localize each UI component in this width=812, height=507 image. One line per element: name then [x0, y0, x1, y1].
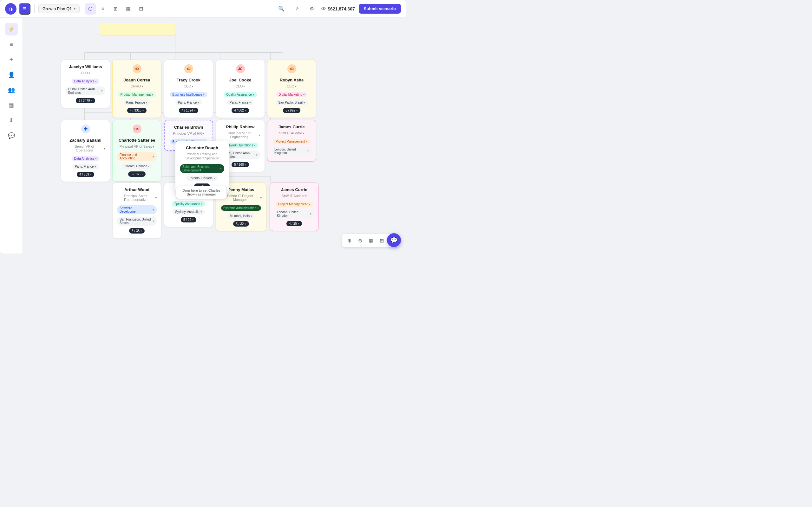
count-badge[interactable]: 6 / 992 ▾	[283, 108, 300, 113]
toolbar-center: ⬡ ≡ ⊞ ▦ ⊟	[85, 3, 147, 14]
count-badge[interactable]: 4 / 1324 ▾	[179, 108, 198, 113]
dept-badge[interactable]: Quality Assurance ▾	[223, 92, 257, 97]
dept-badge[interactable]: Project Management ▾	[273, 139, 310, 144]
dept-badge[interactable]: Digital Marketing ▾	[276, 92, 307, 97]
count-badge[interactable]: 5 / 160 ▾	[232, 162, 249, 167]
sidebar-item-filters[interactable]: ⚡	[5, 23, 18, 36]
sidebar-item-chat[interactable]: 💬	[5, 129, 18, 142]
sidebar-item-download[interactable]: ⬇	[5, 114, 18, 127]
list-icon: ≡	[101, 6, 104, 12]
card-charlotte-satterlee[interactable]: CS Charlotte Satterlee Principal VP of S…	[112, 120, 161, 181]
dept-badge[interactable]: Data Analytics ▾	[72, 156, 99, 161]
card-james-currie-row2[interactable]: James Currie Staff IT Auditor ▾ Project …	[267, 120, 316, 162]
location-badge[interactable]: Toronto, Canada ▾	[121, 164, 153, 169]
count-badge[interactable]: 4 / 25 ▾	[287, 221, 302, 226]
view-list-button[interactable]: ≡	[97, 3, 109, 14]
download-icon: ⬇	[9, 117, 14, 124]
card-joel-cooke[interactable]: JC Joel Cooke CLO ▾ Quality Assurance ▾ …	[216, 60, 265, 118]
card-robyn-ashe[interactable]: 🏷 Robyn Ashe CBO ▾ Digital Marketing ▾ S…	[267, 60, 316, 118]
minimap-button[interactable]: ▦	[366, 236, 375, 245]
eye-icon: 👁	[321, 6, 326, 11]
location-badge[interactable]: Mumbai, India ▾	[227, 213, 255, 219]
card-name: Joel Cooke	[229, 78, 251, 82]
count-badge[interactable]: 6 / 38 ▾	[129, 228, 145, 233]
drag-card-content: Charlotte Bough Principal Training and D…	[180, 146, 224, 189]
card-arthur-wood[interactable]: Arthur Wood Principal Sales Representati…	[112, 182, 161, 238]
card-name: James Currie	[281, 187, 307, 192]
dept-badge[interactable]: Product Management ▾	[118, 92, 156, 97]
location-badge[interactable]: Paris, France ▾	[124, 100, 150, 105]
view-chart-button[interactable]: ▦	[123, 3, 134, 14]
sidebar-item-grid[interactable]: ▦	[5, 99, 18, 112]
card-content: James Currie Staff IT Auditor ▾ Project …	[274, 187, 314, 226]
toolbar-left: ◑ ☰ Growth Plan Q1 ▾	[5, 3, 80, 14]
card-zachary-badami[interactable]: ✚ Zachary Badami Senior VP of Operations…	[61, 120, 110, 182]
list-side-icon: ≡	[9, 41, 13, 48]
location-badge[interactable]: Paris, France ▾	[175, 100, 202, 105]
card-james-currie-row3[interactable]: James Currie Staff IT Auditor ▾ Project …	[270, 182, 319, 231]
card-name: Jacelyn Williams	[69, 64, 102, 69]
toggle-button[interactable]: ◑	[5, 3, 16, 14]
chat-bubble-icon: 💬	[391, 237, 397, 244]
card-title: Principal VP of Engineering ▾	[220, 131, 260, 139]
sidebar-item-people[interactable]: 👥	[5, 83, 18, 96]
avatar: ✚	[81, 124, 90, 133]
view-grid-button[interactable]: ⊞	[110, 3, 121, 14]
settings-button[interactable]: ⚙	[306, 3, 317, 14]
card-tracy-crook[interactable]: 🏷 Tracy Crook CBO ▾ Business Intelligenc…	[164, 60, 213, 118]
location-badge[interactable]: Toronto, Canada ▾	[187, 176, 217, 181]
location-badge[interactable]: London, United Kingdom ▾	[272, 147, 311, 156]
avatar: 🏷	[287, 64, 296, 73]
sidebar-item-person[interactable]: 👤	[5, 68, 18, 81]
count-badge[interactable]: 5 / 3479 ▾	[76, 98, 95, 103]
view-org-button[interactable]: ⬡	[85, 3, 96, 14]
submit-scenario-button[interactable]: Submit scenario	[359, 4, 401, 14]
count-badge[interactable]: 4 / 839 ▾	[77, 172, 94, 177]
location-badge[interactable]: London, United Kingdom ▾	[274, 210, 314, 218]
fit-button[interactable]: ⊞	[377, 236, 386, 245]
count-badge[interactable]: 5 / 165 ▾	[128, 171, 146, 177]
share-button[interactable]: ↗	[291, 3, 302, 14]
chat-bubble-button[interactable]: 💬	[387, 233, 401, 247]
location-badge[interactable]: Sao Paulo, Brazil ▾	[275, 100, 308, 105]
dept-badge[interactable]: Quality Assurance ▾	[172, 201, 205, 207]
card-title: Staff IT Auditor ▾	[279, 131, 304, 135]
dept-badge[interactable]: Software Development ▾	[117, 205, 157, 214]
dept-badge[interactable]: Systems Administration ▾	[221, 205, 261, 211]
location-badge[interactable]: Paris, France ▾	[72, 164, 99, 169]
card-title: CHRO ▾	[131, 84, 143, 88]
dept-badge[interactable]: Business Intelligence ▾	[170, 92, 207, 97]
location-badge[interactable]: Dubai, United Arab Emirates ▾	[66, 87, 105, 95]
menu-button[interactable]: ☰	[19, 3, 31, 14]
sidebar-item-sun[interactable]: ✦	[5, 53, 18, 66]
dept-badge[interactable]: Data Analytics ▾	[72, 78, 99, 84]
zoom-in-button[interactable]: ⊕	[345, 236, 354, 245]
view-table-button[interactable]: ⊟	[136, 3, 147, 14]
sidebar-item-list[interactable]: ≡	[5, 38, 18, 51]
card-jacelyn-williams[interactable]: Jacelyn Williams CLO ▾ Data Analytics ▾ …	[61, 60, 110, 108]
zoom-out-button[interactable]: ⊖	[355, 236, 365, 245]
card-name: Charlotte Bough	[186, 146, 218, 150]
main-canvas: Jacelyn Williams CLO ▾ Data Analytics ▾ …	[23, 18, 406, 253]
card-name: Tracy Crook	[177, 78, 200, 82]
scenario-dropdown[interactable]: Growth Plan Q1 ▾	[38, 4, 80, 13]
dept-badge[interactable]: Sales and Business Development ▾	[180, 164, 224, 173]
count-badge[interactable]: 5 / 32 ▾	[233, 221, 249, 227]
location-badge[interactable]: Sydney, Australia ▾	[172, 209, 205, 215]
card-content: ✚ Zachary Badami Senior VP of Operations…	[66, 124, 105, 177]
map-icon: ▦	[368, 238, 373, 244]
submit-label: Submit scenario	[364, 6, 396, 11]
drop-hint-text: Drop here to set Charles Brown as manage…	[183, 188, 220, 196]
dept-badge[interactable]: Finance and Accounting ▾	[117, 152, 157, 161]
dept-badge[interactable]: Project Management ▾	[275, 202, 312, 207]
count-badge[interactable]: 5 / 29 ▾	[181, 217, 196, 222]
count-badge[interactable]: 4 / 3316 ▾	[127, 108, 146, 113]
search-button[interactable]: 🔍	[275, 3, 287, 14]
toolbar: ◑ ☰ Growth Plan Q1 ▾ ⬡ ≡ ⊞ ▦ ⊟ 🔍	[0, 0, 406, 18]
count-badge[interactable]: 4 / 882 ▾	[232, 108, 249, 113]
chart-icon: ▦	[126, 6, 131, 12]
card-joann-correa[interactable]: 🏷 Joann Correa CHRO ▾ Product Management…	[112, 60, 161, 118]
location-badge[interactable]: Paris, France ▾	[227, 100, 253, 105]
avatar: CS	[133, 124, 142, 133]
location-badge[interactable]: San Francisco, United States ▾	[117, 217, 157, 226]
